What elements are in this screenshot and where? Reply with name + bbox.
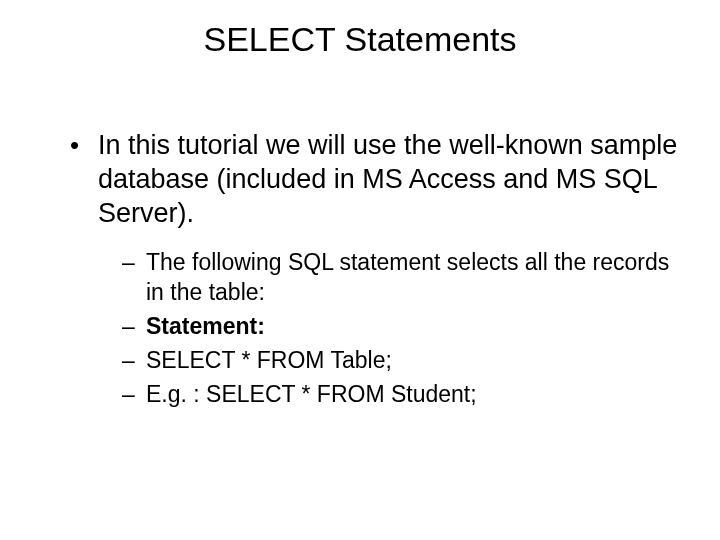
bullet-list-level2: The following SQL statement selects all …: [98, 248, 680, 409]
list-item-text: E.g. : SELECT * FROM Student;: [146, 381, 477, 407]
list-item: SELECT * FROM Table;: [122, 346, 680, 376]
list-item-text: The following SQL statement selects all …: [146, 249, 669, 305]
list-item-text: Statement:: [146, 313, 265, 339]
list-item: Statement:: [122, 312, 680, 342]
list-item-text: In this tutorial we will use the well-kn…: [98, 130, 677, 228]
list-item: E.g. : SELECT * FROM Student;: [122, 380, 680, 410]
list-item: In this tutorial we will use the well-kn…: [70, 129, 680, 410]
list-item-text: SELECT * FROM Table;: [146, 347, 392, 373]
list-item: The following SQL statement selects all …: [122, 248, 680, 308]
slide-title: SELECT Statements: [40, 20, 680, 59]
bullet-list-level1: In this tutorial we will use the well-kn…: [40, 129, 680, 410]
